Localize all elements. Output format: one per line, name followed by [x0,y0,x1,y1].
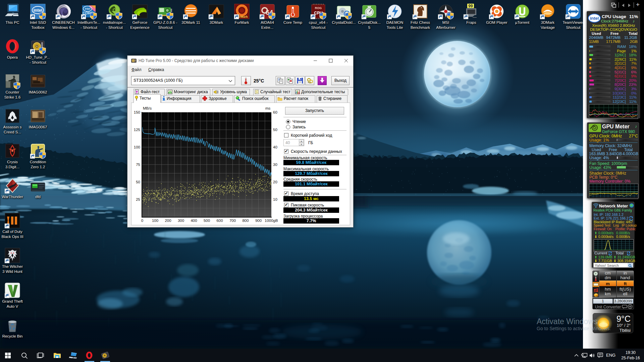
svg-text:intel: intel [34,8,43,13]
svg-text:intel: intel [85,7,91,10]
svg-text:ROG: ROG [315,6,322,10]
svg-text:intel: intel [590,16,599,21]
svg-text:99: 99 [468,4,473,8]
